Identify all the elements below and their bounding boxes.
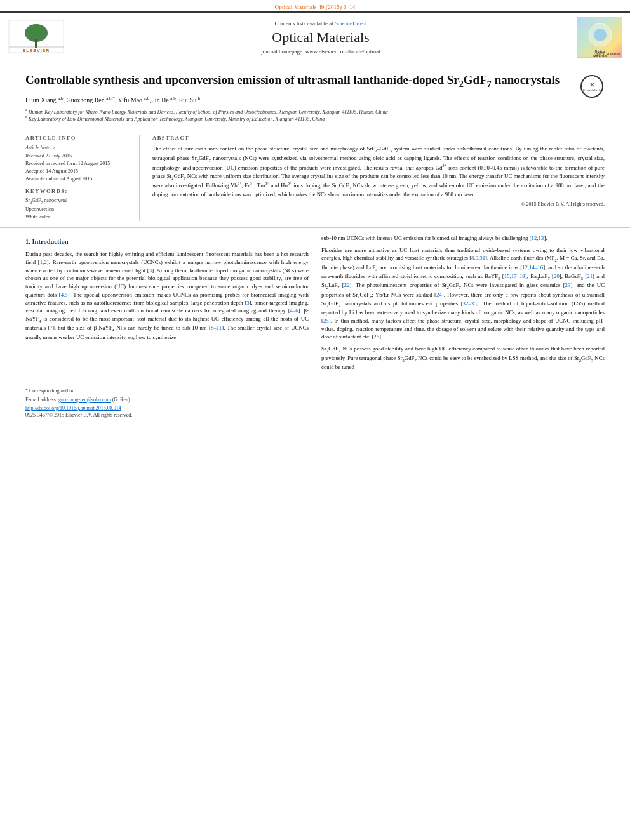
ref-3b[interactable]: 3 <box>246 300 249 306</box>
received-revised-date: Received in revised form 12 August 2015 <box>25 160 131 168</box>
ref-20[interactable]: 20 <box>554 273 560 279</box>
keywords-heading: Keywords: <box>25 188 131 194</box>
journal-header: ELSEVIER Contents lists available at Sci… <box>0 11 630 62</box>
ref-8-11[interactable]: 8–11 <box>211 324 222 331</box>
ref-25[interactable]: 25 <box>323 317 329 324</box>
section1-title: 1. Introduction <box>25 237 309 246</box>
ref-4-5[interactable]: 4,5 <box>61 291 68 298</box>
authors-line: Lijun Xiang a,b, Guozhong Ren a,b,*, Yif… <box>25 96 574 103</box>
corresponding-author-note: * Corresponding author. <box>25 387 605 394</box>
author-email-link[interactable]: guozhong-ren@sohu.com <box>58 397 111 403</box>
keyword-3: White-color <box>25 213 131 221</box>
body-left-column: 1. Introduction During past decades, the… <box>25 234 309 375</box>
journal-center-info: Contents lists available at ScienceDirec… <box>71 20 570 55</box>
ref-4-6[interactable]: 4–6 <box>290 307 298 314</box>
received-date: Received 27 July 2015 <box>25 152 131 160</box>
ref-22[interactable]: 22 <box>344 282 350 288</box>
ref-12-13[interactable]: 12,13 <box>532 235 544 241</box>
svg-point-3 <box>29 24 44 37</box>
intro-para3: Fluorides are more attractive as UC host… <box>321 246 605 342</box>
journal-title: Optical Materials <box>71 29 570 46</box>
footer-section: * Corresponding author. E-mail address: … <box>0 382 630 422</box>
keywords-list: Sr2GdF7 nanocrystal Upconversion White-c… <box>25 197 131 221</box>
intro-para1: During past decades, the search for high… <box>25 250 309 341</box>
ref-8-9-31[interactable]: 8,9,31 <box>471 255 485 261</box>
abstract-text: The effect of rare-earth ions content on… <box>152 145 605 199</box>
ref-24[interactable]: 24 <box>436 291 442 298</box>
rights-text: 0925-3467/© 2015 Elsevier B.V. All right… <box>25 412 605 418</box>
article-title-section: Controllable synthesis and upconversion … <box>0 62 630 128</box>
copyright-text: © 2015 Elsevier B.V. All rights reserved… <box>152 201 605 207</box>
affiliation-b: b Key Laboratory of Low Dimensional Mate… <box>25 115 574 123</box>
ref-32-35[interactable]: 32–35 <box>463 300 477 307</box>
article-title: Controllable synthesis and upconversion … <box>25 72 574 90</box>
page: Optical Materials 49 (2015) 6–14 ELSEVIE… <box>0 0 630 840</box>
doi-link: http://dx.doi.org/10.1016/j.optmat.2015.… <box>25 405 605 411</box>
affiliation-a: a Human Key Laboratory for Micro-Nano En… <box>25 108 574 116</box>
article-info-heading: ARTICLE INFO <box>25 135 131 141</box>
ref-1-2[interactable]: 1,2 <box>40 259 47 265</box>
ref-12-14-16[interactable]: 12,14–16 <box>522 264 543 270</box>
history-label: Article history: <box>25 145 131 150</box>
citation-text: Optical Materials 49 (2015) 6–14 <box>275 4 356 10</box>
ref-15-17-19[interactable]: 15,17–19 <box>504 273 525 279</box>
intro-para2: sub-10 nm UCNCs with intense UC emission… <box>321 234 605 243</box>
accepted-date: Accepted 14 August 2015 <box>25 168 131 175</box>
keyword-2: Upconversion <box>25 206 131 213</box>
science-direct-link[interactable]: ScienceDirect <box>335 20 366 27</box>
svg-point-9 <box>594 29 607 41</box>
intro-para4: Sr2GdF7 NCs possess good stability and h… <box>321 345 605 371</box>
body-section: 1. Introduction During past decades, the… <box>0 228 630 382</box>
email-note: E-mail address: guozhong-ren@sohu.com (G… <box>25 396 605 403</box>
ref-26[interactable]: 26 <box>373 333 379 340</box>
svg-text:ELSEVIER: ELSEVIER <box>23 48 50 53</box>
journal-citation: Optical Materials 49 (2015) 6–14 <box>0 0 630 11</box>
abstract-section: ABSTRACT The effect of rare-earth ions c… <box>152 135 605 221</box>
journal-homepage: journal homepage: www.elsevier.com/locat… <box>71 48 570 55</box>
article-history: Article history: Received 27 July 2015 R… <box>25 145 131 183</box>
elsevier-logo: ELSEVIER <box>8 19 65 55</box>
journal-cover-image: Optical Materials <box>577 17 622 58</box>
ref-23[interactable]: 23 <box>565 282 571 288</box>
cover-placeholder: Optical Materials <box>577 17 622 58</box>
svg-text:Optical: Optical <box>595 50 607 53</box>
ref-3[interactable]: 3 <box>149 267 152 274</box>
crossmark-badge: ✕ CrossMark <box>580 72 605 98</box>
affiliations: a Human Key Laboratory for Micro-Nano En… <box>25 108 574 123</box>
available-date: Available online 24 August 2015 <box>25 175 131 183</box>
ref-21[interactable]: 21 <box>587 273 593 279</box>
article-info-abstract-section: ARTICLE INFO Article history: Received 2… <box>0 128 630 228</box>
article-info: ARTICLE INFO Article history: Received 2… <box>25 135 140 221</box>
contents-available-text: Contents lists available at ScienceDirec… <box>71 20 570 27</box>
svg-text:Materials: Materials <box>593 54 607 58</box>
body-right-column: sub-10 nm UCNCs with intense UC emission… <box>321 234 605 375</box>
doi-anchor[interactable]: http://dx.doi.org/10.1016/j.optmat.2015.… <box>25 405 121 411</box>
keyword-1: Sr2GdF7 nanocrystal <box>25 197 131 206</box>
article-title-content: Controllable synthesis and upconversion … <box>25 72 574 123</box>
crossmark-icon: ✕ CrossMark <box>580 75 603 98</box>
ref-7[interactable]: 7 <box>50 324 53 331</box>
keywords-section: Keywords: Sr2GdF7 nanocrystal Upconversi… <box>25 188 131 221</box>
abstract-heading: ABSTRACT <box>152 135 605 141</box>
